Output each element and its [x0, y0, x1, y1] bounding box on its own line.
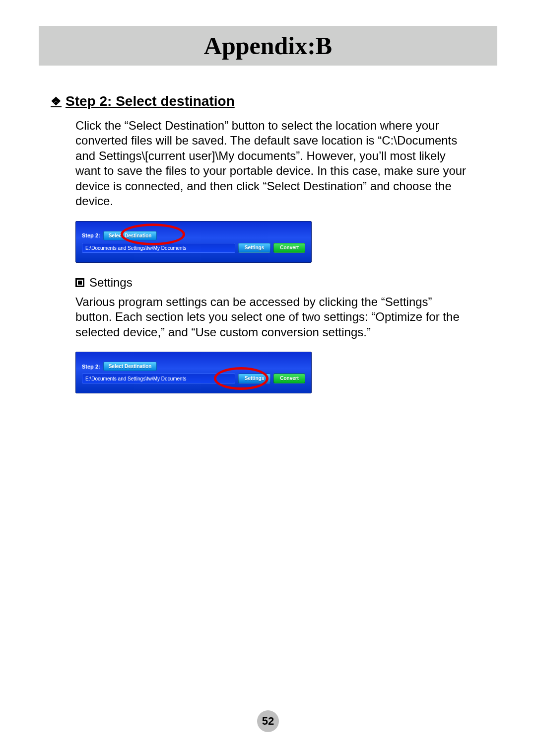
destination-path-field[interactable]: E:\Documents and Settings\tw\My Document…: [82, 243, 235, 253]
figure-inner: Step 2: Select Destination E:\Documents …: [79, 355, 308, 390]
section1-body: Click the “Select Destination” button to…: [39, 118, 497, 209]
settings-button[interactable]: Settings: [238, 374, 270, 383]
select-destination-button[interactable]: Select Destination: [103, 231, 157, 240]
step-label: Step 2:: [82, 364, 100, 370]
convert-button[interactable]: Convert: [273, 243, 305, 253]
figure-row-top: Step 2: Select Destination: [79, 231, 308, 240]
figure-step2-settings: Step 2: Select Destination E:\Documents …: [75, 352, 312, 393]
select-destination-button[interactable]: Select Destination: [103, 362, 157, 371]
settings-button[interactable]: Settings: [238, 243, 270, 253]
step-label: Step 2:: [82, 232, 100, 238]
section-heading-step2: ❖ Step 2: Select destination: [39, 93, 497, 109]
appendix-title: Appendix:B: [204, 31, 332, 60]
square-bullet-icon: [75, 278, 84, 287]
convert-button[interactable]: Convert: [273, 374, 305, 383]
subsection-heading-settings: Settings: [39, 276, 497, 290]
subsection-heading-text: Settings: [89, 276, 133, 290]
destination-path-field[interactable]: E:\Documents and Settings\tw\My Document…: [82, 374, 235, 383]
section2-body: Various program settings can be accessed…: [39, 295, 497, 340]
figure-row-bottom: E:\Documents and Settings\tw\My Document…: [79, 243, 308, 253]
page-number-badge: 52: [257, 710, 279, 732]
figure-row-top: Step 2: Select Destination: [79, 362, 308, 371]
page-number: 52: [262, 715, 274, 728]
figure-step2-select-destination: Step 2: Select Destination E:\Documents …: [75, 221, 312, 263]
document-page: Appendix:B ❖ Step 2: Select destination …: [0, 0, 536, 756]
appendix-banner: Appendix:B: [39, 26, 497, 66]
diamond-icon: ❖: [51, 94, 62, 108]
section-heading-text: Step 2: Select destination: [66, 93, 235, 109]
figure-inner: Step 2: Select Destination E:\Documents …: [79, 225, 308, 259]
figure-row-bottom: E:\Documents and Settings\tw\My Document…: [79, 374, 308, 383]
